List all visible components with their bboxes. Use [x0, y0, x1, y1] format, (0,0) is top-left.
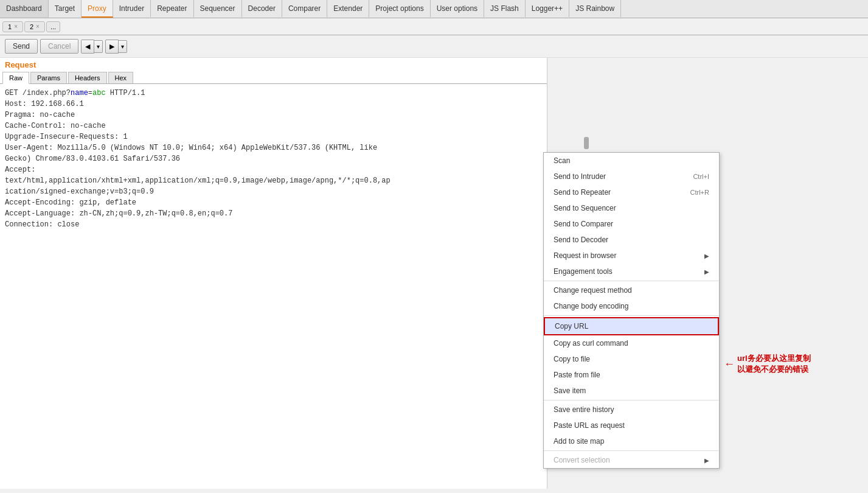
request-tab-hex[interactable]: Hex [108, 72, 134, 83]
tab-js-rainbow[interactable]: JS Rainbow [569, 0, 621, 18]
request-body: GET /index.php?name=abc HTTP/1.1 Host: 1… [0, 84, 547, 489]
sub-tab-bar: 1×2×... [0, 18, 868, 35]
menu-item-change-body-encoding[interactable]: Change body encoding [544, 298, 719, 314]
main-tab-bar: DashboardTargetProxyIntruderRepeaterSequ… [0, 0, 868, 18]
tab-repeater[interactable]: Repeater [151, 0, 193, 18]
request-tab-raw[interactable]: Raw [2, 72, 29, 84]
menu-item-send-to-sequencer[interactable]: Send to Sequencer [544, 200, 719, 216]
prev-nav-group: ◀ ▾ [81, 40, 103, 54]
close-tab-icon[interactable]: × [36, 23, 40, 30]
menu-item-request-in-browser[interactable]: Request in browser▶ [544, 248, 719, 264]
menu-item-send-to-intruder[interactable]: Send to IntruderCtrl+I [544, 169, 719, 184]
menu-item-label: Request in browser [554, 251, 616, 260]
param-name: name [71, 89, 88, 97]
menu-item-engagement-tools[interactable]: Engagement tools▶ [544, 264, 719, 279]
body-line: Gecko) Chrome/83.0.4103.61 Safari/537.36 [5, 153, 542, 164]
body-line: Pragma: no-cache [5, 110, 542, 121]
cancel-button[interactable]: Cancel [40, 39, 78, 54]
body-line: Accept-Language: zh-CN,zh;q=0.9,zh-TW;q=… [5, 208, 542, 219]
tab-sequencer[interactable]: Sequencer [194, 0, 242, 18]
sub-tab-...[interactable]: ... [46, 21, 60, 32]
menu-item-send-to-repeater[interactable]: Send to RepeaterCtrl+R [544, 184, 719, 200]
close-tab-icon[interactable]: × [14, 23, 18, 30]
toolbar: Send Cancel ◀ ▾ ▶ ▾ [0, 35, 868, 58]
send-button[interactable]: Send [5, 39, 38, 54]
body-line: Connection: close [5, 219, 542, 230]
annotation-arrow: ← [724, 358, 735, 371]
menu-item-change-request-method[interactable]: Change request method [544, 282, 719, 298]
body-line: User-Agent: Mozilla/5.0 (Windows NT 10.0… [5, 142, 542, 153]
tab-decoder[interactable]: Decoder [242, 0, 282, 18]
next-nav-group: ▶ ▾ [105, 40, 127, 54]
tab-user-options[interactable]: User options [431, 0, 484, 18]
menu-item-save-entire-history[interactable]: Save entire history [544, 402, 719, 418]
menu-item-copy-url[interactable]: Copy URL [544, 317, 719, 335]
request-tab-headers[interactable]: Headers [68, 72, 107, 83]
tab-intruder[interactable]: Intruder [113, 0, 151, 18]
tab-project-options[interactable]: Project options [369, 0, 430, 18]
menu-item-label: Send to Sequencer [554, 204, 616, 212]
body-line: Accept-Encoding: gzip, deflate [5, 197, 542, 208]
menu-shortcut: Ctrl+R [690, 189, 709, 196]
menu-shortcut: Ctrl+I [693, 173, 709, 180]
menu-item-label: Copy URL [555, 322, 588, 330]
request-line: GET /index.php?name=abc HTTP/1.1 [5, 88, 542, 99]
annotation: ← url务必要从这里复制 以避免不必要的错误 [724, 353, 811, 375]
request-tab-params[interactable]: Params [30, 72, 67, 83]
menu-item-convert-selection: Convert selection▶ [544, 452, 719, 468]
menu-item-label: Send to Decoder [554, 236, 608, 244]
tab-js-flash[interactable]: JS Flash [484, 0, 526, 18]
menu-item-label: Save entire history [554, 405, 614, 414]
menu-item-paste-url-as-request[interactable]: Paste URL as request [544, 418, 719, 433]
menu-item-label: Change request method [554, 286, 632, 295]
menu-separator [544, 281, 719, 281]
annotation-line1: url务必要从这里复制 [737, 353, 811, 364]
tab-dashboard[interactable]: Dashboard [0, 0, 49, 18]
menu-item-label: Paste URL as request [554, 421, 625, 430]
menu-item-paste-from-file[interactable]: Paste from file [544, 367, 719, 383]
menu-item-label: Send to Comparer [554, 220, 613, 228]
annotation-text: url务必要从这里复制 以避免不必要的错误 [737, 353, 811, 375]
menu-separator [544, 315, 719, 316]
menu-item-label: Send to Intruder [554, 172, 606, 181]
menu-arrow-icon: ▶ [704, 457, 709, 464]
menu-item-add-to-site-map[interactable]: Add to site map [544, 433, 719, 449]
prev-dropdown-button[interactable]: ▾ [94, 40, 103, 53]
tab-logger++[interactable]: Logger++ [526, 0, 569, 18]
next-button[interactable]: ▶ [105, 40, 119, 54]
body-line: ication/signed-exchange;v=b3;q=0.9 [5, 186, 542, 197]
tab-target[interactable]: Target [49, 0, 82, 18]
menu-item-save-item[interactable]: Save item [544, 383, 719, 399]
body-line: text/html,application/xhtml+xml,applicat… [5, 175, 542, 186]
http-method: GET /index.php? [5, 89, 71, 97]
menu-item-label: Send to Repeater [554, 188, 611, 197]
tab-comparer[interactable]: Comparer [282, 0, 327, 18]
tab-extender[interactable]: Extender [327, 0, 369, 18]
prev-button[interactable]: ◀ [81, 40, 94, 54]
request-tabs: RawParamsHeadersHex [0, 72, 547, 84]
main-area: Request RawParamsHeadersHex GET /index.p… [0, 58, 868, 489]
request-panel: Request RawParamsHeadersHex GET /index.p… [0, 58, 547, 489]
menu-item-copy-to-file[interactable]: Copy to file [544, 351, 719, 367]
menu-item-send-to-decoder[interactable]: Send to Decoder [544, 232, 719, 248]
sub-tab-1[interactable]: 1× [2, 21, 23, 32]
body-line: Accept: [5, 164, 542, 175]
body-line: Cache-Control: no-cache [5, 121, 542, 131]
scroll-indicator [584, 137, 589, 149]
menu-item-label: Paste from file [554, 371, 600, 379]
param-value: abc [92, 89, 106, 97]
next-dropdown-button[interactable]: ▾ [119, 40, 127, 53]
sub-tab-2[interactable]: 2× [24, 21, 45, 32]
menu-arrow-icon: ▶ [704, 268, 709, 275]
menu-item-copy-as-curl-command[interactable]: Copy as curl command [544, 335, 719, 351]
menu-item-label: Convert selection [554, 456, 610, 464]
menu-separator [544, 400, 719, 400]
menu-separator [544, 450, 719, 451]
menu-item-send-to-comparer[interactable]: Send to Comparer [544, 216, 719, 232]
annotation-line2: 以避免不必要的错误 [737, 364, 811, 375]
tab-proxy[interactable]: Proxy [82, 0, 113, 18]
body-line: Upgrade-Insecure-Requests: 1 [5, 131, 542, 142]
menu-item-label: Change body encoding [554, 302, 628, 310]
context-menu: ScanSend to IntruderCtrl+ISend to Repeat… [543, 152, 720, 469]
menu-item-scan[interactable]: Scan [544, 153, 719, 169]
